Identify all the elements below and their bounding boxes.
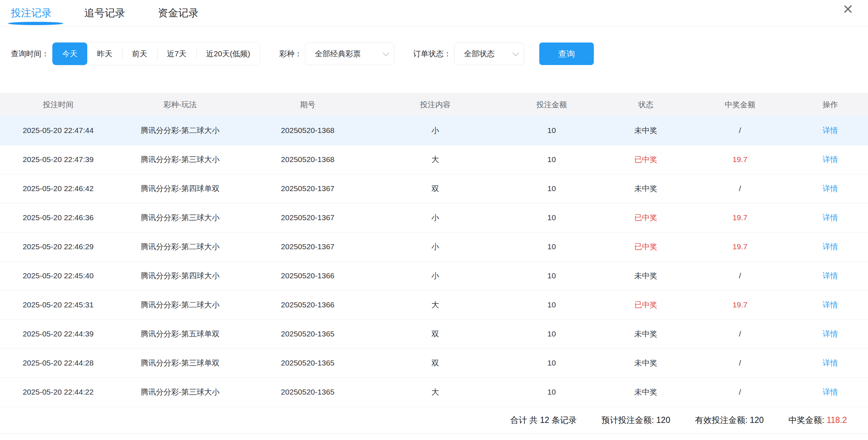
game-playtype-cell: 腾讯分分彩-第三球单双 <box>116 348 244 378</box>
game-playtype-cell: 腾讯分分彩-第二球大小 <box>116 290 244 319</box>
table-row: 2025-05-20 22:45:40腾讯分分彩-第四球大小20250520-1… <box>0 261 868 290</box>
bet-time-cell: 2025-05-20 22:45:31 <box>0 290 116 319</box>
tab-label: 投注记录 <box>11 6 52 20</box>
bet-content-cell: 大 <box>372 145 499 174</box>
table-row: 2025-05-20 22:44:39腾讯分分彩-第五球单双20250520-1… <box>0 319 868 348</box>
lottery-filter-label: 彩种： <box>279 49 302 59</box>
bet-content-cell: 大 <box>372 290 499 319</box>
tab-bet-records[interactable]: 投注记录 <box>11 0 52 26</box>
header-issue: 期号 <box>244 93 372 116</box>
bet-amount-cell: 10 <box>499 174 604 203</box>
detail-link[interactable]: 详情 <box>823 330 838 338</box>
detail-link[interactable]: 详情 <box>823 300 838 309</box>
bet-amount-cell: 10 <box>499 203 604 232</box>
summary-expected-label: 预计投注金额: <box>601 415 654 425</box>
header-prize-amount: 中奖金额 <box>687 93 792 116</box>
issue-cell: 20250520-1367 <box>244 203 372 232</box>
header-bet-content: 投注内容 <box>372 93 499 116</box>
bet-amount-cell: 10 <box>499 290 604 319</box>
bet-amount-cell: 10 <box>499 145 604 174</box>
game-playtype-cell: 腾讯分分彩-第三球大小 <box>116 378 244 407</box>
tab-bar: 投注记录 追号记录 资金记录 ✕ <box>0 0 868 26</box>
header-status: 状态 <box>604 93 687 116</box>
tab-label: 资金记录 <box>158 6 199 20</box>
detail-link[interactable]: 详情 <box>823 388 838 396</box>
action-cell: 详情 <box>792 290 868 319</box>
status-cell: 已中奖 <box>604 290 687 319</box>
table-row: 2025-05-20 22:44:22腾讯分分彩-第三球大小20250520-1… <box>0 378 868 407</box>
issue-cell: 20250520-1365 <box>244 319 372 348</box>
prize-amount-cell: 19.7 <box>687 145 792 174</box>
summary-valid-amount: 有效投注金额: 120 <box>695 415 764 426</box>
time-option-daybefore[interactable]: 前天 <box>122 43 157 65</box>
prize-amount-cell: 19.7 <box>687 232 792 261</box>
bet-amount-cell: 10 <box>499 348 604 378</box>
bet-amount-cell: 10 <box>499 116 604 145</box>
action-cell: 详情 <box>792 174 868 203</box>
table-header-row: 投注时间 彩种-玩法 期号 投注内容 投注金额 状态 中奖金额 操作 <box>0 93 868 116</box>
status-cell: 未中奖 <box>604 319 687 348</box>
status-cell: 已中奖 <box>604 203 687 232</box>
order-status-select[interactable]: 全部状态 <box>454 43 524 65</box>
detail-link[interactable]: 详情 <box>823 242 838 251</box>
order-status-filter-label: 订单状态： <box>413 49 451 59</box>
bet-content-cell: 小 <box>372 261 499 290</box>
table-row: 2025-05-20 22:46:36腾讯分分彩-第三球大小20250520-1… <box>0 203 868 232</box>
detail-link[interactable]: 详情 <box>823 184 838 193</box>
tab-chase-records[interactable]: 追号记录 <box>84 0 125 26</box>
summary-prize-label: 中奖金额: <box>788 415 824 425</box>
issue-cell: 20250520-1366 <box>244 290 372 319</box>
chevron-down-icon <box>512 49 519 56</box>
issue-cell: 20250520-1368 <box>244 145 372 174</box>
bet-time-cell: 2025-05-20 22:46:42 <box>0 174 116 203</box>
table-row: 2025-05-20 22:47:44腾讯分分彩-第二球大小20250520-1… <box>0 116 868 145</box>
summary-prize-value: 118.2 <box>827 415 847 425</box>
detail-link[interactable]: 详情 <box>823 359 838 367</box>
detail-link[interactable]: 详情 <box>823 213 838 222</box>
status-cell: 未中奖 <box>604 174 687 203</box>
bet-amount-cell: 10 <box>499 319 604 348</box>
action-cell: 详情 <box>792 203 868 232</box>
game-playtype-cell: 腾讯分分彩-第三球大小 <box>116 203 244 232</box>
prize-amount-cell: / <box>687 319 792 348</box>
bet-content-cell: 双 <box>372 319 499 348</box>
issue-cell: 20250520-1365 <box>244 348 372 378</box>
query-button[interactable]: 查询 <box>539 43 594 65</box>
issue-cell: 20250520-1367 <box>244 174 372 203</box>
time-option-20days[interactable]: 近20天(低频) <box>196 43 260 65</box>
table-row: 2025-05-20 22:44:28腾讯分分彩-第三球单双20250520-1… <box>0 348 868 378</box>
status-cell: 未中奖 <box>604 261 687 290</box>
detail-link[interactable]: 详情 <box>823 126 838 134</box>
close-icon[interactable]: ✕ <box>843 3 853 16</box>
issue-cell: 20250520-1366 <box>244 261 372 290</box>
lottery-select[interactable]: 全部经典彩票 <box>305 43 394 65</box>
bet-time-cell: 2025-05-20 22:44:28 <box>0 348 116 378</box>
bet-amount-cell: 10 <box>499 378 604 407</box>
game-playtype-cell: 腾讯分分彩-第三球大小 <box>116 145 244 174</box>
game-playtype-cell: 腾讯分分彩-第二球大小 <box>116 116 244 145</box>
game-playtype-cell: 腾讯分分彩-第四球大小 <box>116 261 244 290</box>
bet-content-cell: 小 <box>372 116 499 145</box>
active-tab-indicator <box>8 22 63 25</box>
summary-prize-amount: 中奖金额: 118.2 <box>788 415 847 426</box>
bet-content-cell: 小 <box>372 232 499 261</box>
action-cell: 详情 <box>792 378 868 407</box>
filter-bar: 查询时间： 今天 昨天 前天 近7天 近20天(低频) 彩种： 全部经典彩票 订… <box>11 42 868 65</box>
time-option-yesterday[interactable]: 昨天 <box>87 43 122 65</box>
detail-link[interactable]: 详情 <box>823 271 838 280</box>
tab-fund-records[interactable]: 资金记录 <box>158 0 199 26</box>
prize-amount-cell: / <box>687 116 792 145</box>
table-row: 2025-05-20 22:46:42腾讯分分彩-第四球单双20250520-1… <box>0 174 868 203</box>
status-cell: 未中奖 <box>604 348 687 378</box>
time-option-today[interactable]: 今天 <box>52 43 87 65</box>
tab-label: 追号记录 <box>84 6 125 20</box>
lottery-select-value: 全部经典彩票 <box>315 49 361 59</box>
chevron-down-icon <box>383 49 389 56</box>
header-game-playtype: 彩种-玩法 <box>116 93 244 116</box>
summary-valid-label: 有效投注金额: <box>695 415 747 425</box>
prize-amount-cell: 19.7 <box>687 203 792 232</box>
detail-link[interactable]: 详情 <box>823 155 838 164</box>
game-playtype-cell: 腾讯分分彩-第二球大小 <box>116 232 244 261</box>
game-playtype-cell: 腾讯分分彩-第五球单双 <box>116 319 244 348</box>
time-option-7days[interactable]: 近7天 <box>157 43 196 65</box>
